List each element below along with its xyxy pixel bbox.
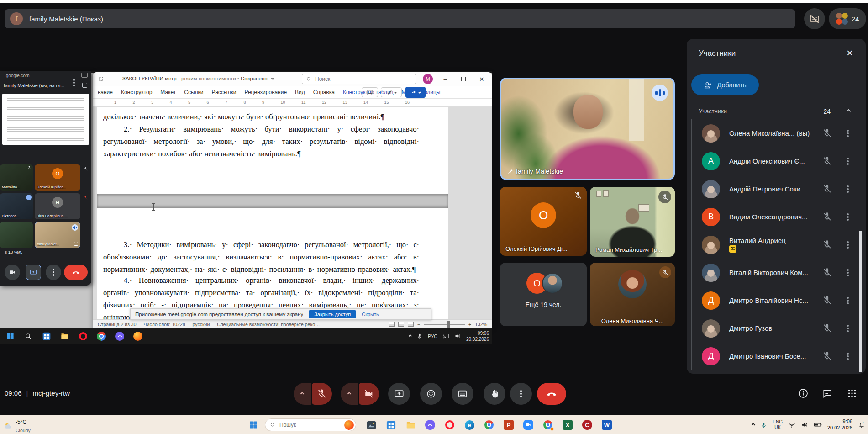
battery-icon[interactable] [814, 421, 822, 429]
presentation-title: family Maletskie (Показ) [29, 15, 103, 23]
shared-clock: 09:0620.02.2026 [466, 330, 489, 342]
photos-app-icon[interactable] [365, 419, 377, 431]
video-tile-oleksii[interactable]: O Олексій Юрійович Ді... [500, 187, 587, 256]
collapse-icon[interactable] [847, 109, 851, 114]
taskbar-search[interactable] [265, 418, 356, 431]
mic-off-icon [822, 156, 832, 166]
zoom-in-icon: + [468, 322, 471, 327]
mic-off-icon [822, 128, 832, 138]
avatar-initial: Д [708, 351, 714, 361]
camera-icon [9, 269, 16, 276]
video-tile-roman[interactable]: Роман Михайлович Тр... [590, 187, 675, 257]
zoom-icon[interactable] [522, 419, 534, 431]
word-window: ЗАКОН УКРАЇНИ метр · режим совместимости… [93, 72, 492, 328]
tray-expand-icon[interactable] [752, 423, 755, 427]
chat-button[interactable] [822, 388, 832, 398]
chrome-profile-icon[interactable] [542, 419, 554, 431]
notifications-bell-icon[interactable]: z [858, 421, 865, 429]
more-options-button[interactable] [510, 383, 532, 405]
meeting-time: 09:06 [5, 389, 22, 397]
opera-icon[interactable] [444, 419, 456, 431]
avatar [702, 319, 720, 338]
mic-off-icon [822, 296, 832, 305]
store-app-icon[interactable] [385, 419, 397, 431]
meeting-details-button[interactable] [798, 388, 809, 399]
weather-widget[interactable]: -5°CCloudy [4, 418, 31, 434]
mic-off-icon [822, 351, 832, 361]
viber-icon[interactable] [424, 419, 436, 431]
speaker-icon [454, 333, 461, 339]
present-button[interactable] [388, 383, 410, 405]
participant-menu-button[interactable] [844, 160, 852, 162]
camera-options-button[interactable] [341, 383, 358, 405]
captions-button[interactable] [452, 383, 473, 405]
edge-icon[interactable]: e [463, 419, 475, 431]
hand-icon [489, 389, 500, 399]
pip-tile-mykhailo: Михайло... [0, 164, 33, 191]
raise-hand-button[interactable] [484, 383, 505, 405]
participant-menu-button[interactable] [844, 188, 852, 190]
participant-menu-button[interactable] [844, 272, 852, 274]
shared-taskbar-tray: РУС 09:0620.02.2026 [409, 328, 489, 344]
ribbon-tab: Рецензирование [244, 89, 287, 95]
pip-tile-label: Ніна Валеріївна ... [37, 214, 68, 218]
start-button[interactable] [249, 420, 258, 429]
activities-button[interactable] [847, 388, 857, 398]
section-label: Участники [699, 108, 727, 115]
video-tile-olena[interactable]: Олена Миколаївна Ч... [590, 263, 675, 326]
avatar-photo [618, 270, 647, 298]
camera-off-button[interactable] [359, 383, 379, 405]
video-tile-overflow[interactable]: O Ещё 19 чел. [500, 263, 587, 326]
wifi-icon[interactable] [788, 421, 795, 429]
clock-time: 9:06 [843, 418, 852, 424]
powerpoint-icon[interactable]: P [503, 419, 515, 431]
reactions-button[interactable] [420, 383, 442, 405]
presenter-avatar: f [10, 12, 23, 25]
captions-off-button[interactable] [804, 8, 825, 29]
participant-menu-button[interactable] [844, 244, 852, 246]
mic-off-icon [83, 167, 88, 172]
chrome-icon[interactable] [483, 419, 495, 431]
page-break-gap [97, 194, 448, 208]
tile-label: family Maletskie [507, 168, 563, 175]
panel-scrollbar[interactable] [859, 231, 862, 372]
participant-menu-button[interactable] [844, 216, 852, 218]
participant-menu-button[interactable] [844, 132, 852, 134]
video-tile-family-maletskie[interactable]: family Maletskie [500, 78, 675, 180]
leave-call-button[interactable] [537, 383, 566, 405]
close-icon[interactable]: × [843, 46, 857, 60]
shared-screen-tile[interactable]: .google.com family Maletskie (вы, на гл.… [0, 71, 492, 344]
teams-app-icon [41, 331, 52, 342]
mic-off-icon [317, 389, 327, 399]
participant-menu-button[interactable] [844, 355, 852, 357]
mic-tray-icon[interactable] [760, 422, 767, 429]
avatar: О [52, 168, 63, 179]
language-indicator[interactable]: ENGUK [773, 419, 783, 430]
viber-icon [114, 331, 125, 342]
avatar-initial: A [708, 156, 714, 166]
speaker-icon[interactable] [801, 421, 808, 429]
pip-more-button [46, 265, 61, 280]
file-explorer-icon[interactable] [405, 419, 416, 431]
participant-menu-button[interactable] [844, 300, 852, 302]
clock[interactable]: 9:0620.02.2026 [827, 418, 852, 431]
pip-tile-viktorov: Вікторов... [0, 193, 33, 219]
participants-count-button[interactable]: 24 [829, 8, 866, 29]
search-input[interactable] [279, 422, 341, 428]
add-user-button[interactable]: Добавить [691, 74, 759, 95]
meeting-info: 09:06 | mcj-gtey-rtw [5, 389, 70, 397]
corel-app-icon[interactable]: C [581, 419, 593, 431]
pip-tile-oleksii: О Олексій Юрійов... [35, 164, 80, 191]
mic-mute-button[interactable] [312, 383, 332, 405]
audio-indicator-icon [72, 224, 78, 231]
word-ribbon-tabs: вание Конструктор Макет Ссылки Рассылки … [93, 86, 492, 99]
participant-row: Д Дмитро Іванович Босе... [692, 342, 858, 370]
autosave-icon [98, 76, 104, 82]
doc-paragraph: 3.· Методики· вимірювань· у· сфері· зако… [103, 238, 419, 275]
participant-menu-button[interactable] [844, 328, 852, 329]
mic-options-button[interactable] [294, 383, 311, 405]
hangup-icon [72, 268, 80, 276]
comment-icon [367, 89, 373, 95]
word-icon[interactable]: W [601, 419, 613, 431]
excel-icon[interactable]: X [562, 419, 573, 431]
